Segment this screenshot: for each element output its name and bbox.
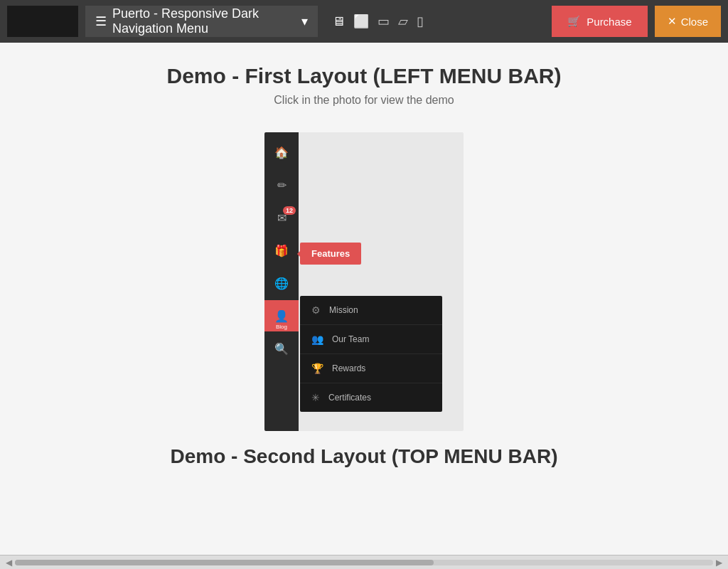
demo-title: Demo - First Layout (LEFT MENU BAR) <box>0 64 728 88</box>
preview-box[interactable]: 🏠 ✏ ✉ 12 🎁 🌐 👤 Blog <box>264 132 464 431</box>
horizontal-scrollbar[interactable]: ◀ ▶ <box>0 555 728 569</box>
view-tablet-landscape-icon[interactable]: ⬜ <box>353 14 369 29</box>
demo-section: Demo - First Layout (LEFT MENU BAR) Clic… <box>0 43 728 121</box>
mission-label: Mission <box>329 305 358 315</box>
scroll-right-button[interactable]: ▶ <box>713 558 725 568</box>
close-label: Close <box>681 16 708 28</box>
submenu-item-our-team[interactable]: 👥 Our Team <box>300 325 442 354</box>
nav-title: Puerto - Responsive Dark Navigation Menu <box>112 6 296 36</box>
rewards-icon: 🏆 <box>311 363 323 374</box>
second-demo-section: Demo - Second Layout (TOP MENU BAR) <box>0 431 728 468</box>
submenu-item-rewards[interactable]: 🏆 Rewards <box>300 354 442 383</box>
sidebar-item-globe[interactable]: 🌐 <box>264 267 299 299</box>
globe-icon: 🌐 <box>274 277 289 290</box>
scroll-left-button[interactable]: ◀ <box>3 558 15 568</box>
sidebar-item-blog[interactable]: 👤 Blog <box>264 300 299 331</box>
rewards-label: Rewards <box>332 363 365 373</box>
purchase-button[interactable]: 🛒 Purchase <box>552 6 647 37</box>
demo-subtitle: Click in the photo for view the demo <box>0 94 728 107</box>
certificates-label: Certificates <box>328 393 371 403</box>
sidebar-item-edit[interactable]: ✏ <box>264 169 299 201</box>
search-icon: 🔍 <box>274 342 289 356</box>
dropdown-arrow-icon: ▾ <box>301 14 308 29</box>
view-mobile-landscape-icon[interactable]: ▱ <box>398 14 408 29</box>
preview-container: 🏠 ✏ ✉ 12 🎁 🌐 👤 Blog <box>0 132 728 431</box>
view-desktop-icon[interactable]: 🖥 <box>332 14 345 29</box>
title-dropdown[interactable]: ☰ Puerto - Responsive Dark Navigation Me… <box>85 6 318 37</box>
submenu-item-certificates[interactable]: ✳ Certificates <box>300 383 442 412</box>
close-icon: ✕ <box>668 15 677 28</box>
cart-icon: 🛒 <box>567 15 581 28</box>
hamburger-icon: ☰ <box>95 14 107 29</box>
sidebar-item-gift[interactable]: 🎁 <box>264 235 299 266</box>
view-mobile-icon[interactable]: ▯ <box>417 14 424 29</box>
submenu-item-mission[interactable]: ⚙ Mission <box>300 296 442 325</box>
sidebar-item-mail[interactable]: ✉ 12 <box>264 202 299 233</box>
user-icon: 👤 <box>274 309 289 323</box>
view-tablet-icon[interactable]: ▭ <box>378 14 390 29</box>
sidebar-item-search[interactable]: 🔍 <box>264 333 299 364</box>
second-demo-title: Demo - Second Layout (TOP MENU BAR) <box>0 445 728 468</box>
features-label: Features <box>311 248 350 259</box>
main-content: Demo - First Layout (LEFT MENU BAR) Clic… <box>0 43 728 555</box>
home-icon: 🏠 <box>274 146 289 159</box>
team-icon: 👥 <box>311 334 323 345</box>
gift-icon: 🎁 <box>274 244 289 257</box>
edit-icon: ✏ <box>277 179 287 192</box>
certificates-icon: ✳ <box>311 392 320 403</box>
purchase-label: Purchase <box>587 16 631 28</box>
mail-badge: 12 <box>283 206 296 215</box>
close-button[interactable]: ✕ Close <box>655 6 721 37</box>
scroll-track-horizontal[interactable] <box>15 560 713 565</box>
our-team-label: Our Team <box>332 334 369 344</box>
features-tooltip: Features <box>300 243 361 265</box>
scroll-thumb-horizontal[interactable] <box>15 560 434 565</box>
blog-label: Blog <box>276 324 287 330</box>
logo <box>7 6 78 37</box>
preview-sidebar: 🏠 ✏ ✉ 12 🎁 🌐 👤 Blog <box>264 132 299 431</box>
mission-icon: ⚙ <box>311 304 321 316</box>
view-icons-group: 🖥 ⬜ ▭ ▱ ▯ <box>332 14 545 29</box>
submenu: ⚙ Mission 👥 Our Team 🏆 Rewards ✳ Certifi… <box>300 296 442 412</box>
sidebar-item-home[interactable]: 🏠 <box>264 137 299 168</box>
topbar: ☰ Puerto - Responsive Dark Navigation Me… <box>0 0 728 43</box>
